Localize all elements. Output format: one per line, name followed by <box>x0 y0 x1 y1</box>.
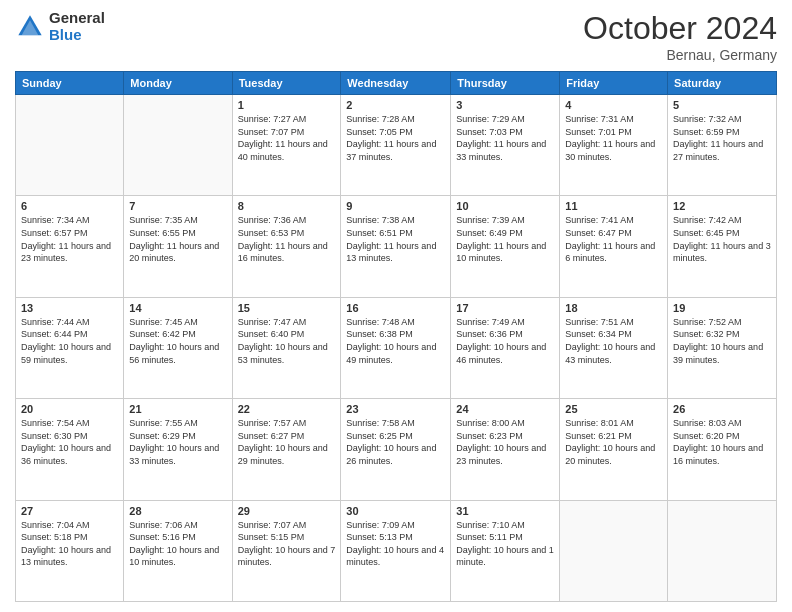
calendar-cell: 8Sunrise: 7:36 AMSunset: 6:53 PMDaylight… <box>232 196 341 297</box>
day-number: 17 <box>456 302 554 314</box>
calendar-cell: 10Sunrise: 7:39 AMSunset: 6:49 PMDayligh… <box>451 196 560 297</box>
header: General Blue October 2024 Bernau, German… <box>15 10 777 63</box>
weekday-header-saturday: Saturday <box>668 72 777 95</box>
day-info: Sunrise: 7:39 AMSunset: 6:49 PMDaylight:… <box>456 214 554 264</box>
calendar-cell: 11Sunrise: 7:41 AMSunset: 6:47 PMDayligh… <box>560 196 668 297</box>
calendar-cell: 26Sunrise: 8:03 AMSunset: 6:20 PMDayligh… <box>668 399 777 500</box>
calendar-cell: 30Sunrise: 7:09 AMSunset: 5:13 PMDayligh… <box>341 500 451 601</box>
day-number: 31 <box>456 505 554 517</box>
weekday-header-sunday: Sunday <box>16 72 124 95</box>
day-number: 9 <box>346 200 445 212</box>
calendar-page: General Blue October 2024 Bernau, German… <box>0 0 792 612</box>
day-info: Sunrise: 7:32 AMSunset: 6:59 PMDaylight:… <box>673 113 771 163</box>
day-info: Sunrise: 7:48 AMSunset: 6:38 PMDaylight:… <box>346 316 445 366</box>
day-number: 26 <box>673 403 771 415</box>
day-info: Sunrise: 7:54 AMSunset: 6:30 PMDaylight:… <box>21 417 118 467</box>
calendar-cell: 19Sunrise: 7:52 AMSunset: 6:32 PMDayligh… <box>668 297 777 398</box>
calendar-cell <box>668 500 777 601</box>
calendar-cell: 20Sunrise: 7:54 AMSunset: 6:30 PMDayligh… <box>16 399 124 500</box>
day-number: 8 <box>238 200 336 212</box>
day-number: 30 <box>346 505 445 517</box>
calendar-cell: 5Sunrise: 7:32 AMSunset: 6:59 PMDaylight… <box>668 95 777 196</box>
calendar-cell: 2Sunrise: 7:28 AMSunset: 7:05 PMDaylight… <box>341 95 451 196</box>
calendar-week-5: 27Sunrise: 7:04 AMSunset: 5:18 PMDayligh… <box>16 500 777 601</box>
day-info: Sunrise: 7:28 AMSunset: 7:05 PMDaylight:… <box>346 113 445 163</box>
day-number: 16 <box>346 302 445 314</box>
day-info: Sunrise: 7:51 AMSunset: 6:34 PMDaylight:… <box>565 316 662 366</box>
day-info: Sunrise: 7:55 AMSunset: 6:29 PMDaylight:… <box>129 417 226 467</box>
calendar-cell: 28Sunrise: 7:06 AMSunset: 5:16 PMDayligh… <box>124 500 232 601</box>
month-title: October 2024 <box>583 10 777 47</box>
day-info: Sunrise: 7:42 AMSunset: 6:45 PMDaylight:… <box>673 214 771 264</box>
day-info: Sunrise: 7:57 AMSunset: 6:27 PMDaylight:… <box>238 417 336 467</box>
day-info: Sunrise: 8:03 AMSunset: 6:20 PMDaylight:… <box>673 417 771 467</box>
day-info: Sunrise: 7:44 AMSunset: 6:44 PMDaylight:… <box>21 316 118 366</box>
calendar-cell: 7Sunrise: 7:35 AMSunset: 6:55 PMDaylight… <box>124 196 232 297</box>
calendar-week-1: 1Sunrise: 7:27 AMSunset: 7:07 PMDaylight… <box>16 95 777 196</box>
calendar-cell <box>124 95 232 196</box>
calendar-cell: 14Sunrise: 7:45 AMSunset: 6:42 PMDayligh… <box>124 297 232 398</box>
weekday-header-tuesday: Tuesday <box>232 72 341 95</box>
day-number: 25 <box>565 403 662 415</box>
day-number: 22 <box>238 403 336 415</box>
weekday-header-thursday: Thursday <box>451 72 560 95</box>
title-block: October 2024 Bernau, Germany <box>583 10 777 63</box>
day-number: 11 <box>565 200 662 212</box>
day-info: Sunrise: 7:04 AMSunset: 5:18 PMDaylight:… <box>21 519 118 569</box>
day-number: 23 <box>346 403 445 415</box>
calendar-cell: 4Sunrise: 7:31 AMSunset: 7:01 PMDaylight… <box>560 95 668 196</box>
day-info: Sunrise: 7:45 AMSunset: 6:42 PMDaylight:… <box>129 316 226 366</box>
calendar-cell: 24Sunrise: 8:00 AMSunset: 6:23 PMDayligh… <box>451 399 560 500</box>
calendar-cell: 18Sunrise: 7:51 AMSunset: 6:34 PMDayligh… <box>560 297 668 398</box>
day-info: Sunrise: 7:07 AMSunset: 5:15 PMDaylight:… <box>238 519 336 569</box>
day-info: Sunrise: 7:49 AMSunset: 6:36 PMDaylight:… <box>456 316 554 366</box>
calendar-cell <box>560 500 668 601</box>
calendar-cell: 9Sunrise: 7:38 AMSunset: 6:51 PMDaylight… <box>341 196 451 297</box>
day-number: 29 <box>238 505 336 517</box>
weekday-header-friday: Friday <box>560 72 668 95</box>
weekday-header-monday: Monday <box>124 72 232 95</box>
day-info: Sunrise: 8:00 AMSunset: 6:23 PMDaylight:… <box>456 417 554 467</box>
calendar-cell: 15Sunrise: 7:47 AMSunset: 6:40 PMDayligh… <box>232 297 341 398</box>
day-number: 2 <box>346 99 445 111</box>
calendar-table: SundayMondayTuesdayWednesdayThursdayFrid… <box>15 71 777 602</box>
day-info: Sunrise: 8:01 AMSunset: 6:21 PMDaylight:… <box>565 417 662 467</box>
calendar-cell: 25Sunrise: 8:01 AMSunset: 6:21 PMDayligh… <box>560 399 668 500</box>
day-number: 14 <box>129 302 226 314</box>
day-info: Sunrise: 7:36 AMSunset: 6:53 PMDaylight:… <box>238 214 336 264</box>
day-number: 5 <box>673 99 771 111</box>
day-number: 21 <box>129 403 226 415</box>
calendar-cell: 31Sunrise: 7:10 AMSunset: 5:11 PMDayligh… <box>451 500 560 601</box>
day-number: 13 <box>21 302 118 314</box>
logo-line1: General <box>49 10 105 27</box>
day-info: Sunrise: 7:06 AMSunset: 5:16 PMDaylight:… <box>129 519 226 569</box>
day-info: Sunrise: 7:52 AMSunset: 6:32 PMDaylight:… <box>673 316 771 366</box>
calendar-cell <box>16 95 124 196</box>
day-info: Sunrise: 7:10 AMSunset: 5:11 PMDaylight:… <box>456 519 554 569</box>
calendar-cell: 13Sunrise: 7:44 AMSunset: 6:44 PMDayligh… <box>16 297 124 398</box>
calendar-cell: 1Sunrise: 7:27 AMSunset: 7:07 PMDaylight… <box>232 95 341 196</box>
day-info: Sunrise: 7:29 AMSunset: 7:03 PMDaylight:… <box>456 113 554 163</box>
day-info: Sunrise: 7:09 AMSunset: 5:13 PMDaylight:… <box>346 519 445 569</box>
day-number: 24 <box>456 403 554 415</box>
day-number: 6 <box>21 200 118 212</box>
calendar-cell: 23Sunrise: 7:58 AMSunset: 6:25 PMDayligh… <box>341 399 451 500</box>
day-number: 18 <box>565 302 662 314</box>
day-info: Sunrise: 7:27 AMSunset: 7:07 PMDaylight:… <box>238 113 336 163</box>
logo-text: General Blue <box>49 10 105 43</box>
calendar-cell: 27Sunrise: 7:04 AMSunset: 5:18 PMDayligh… <box>16 500 124 601</box>
calendar-week-3: 13Sunrise: 7:44 AMSunset: 6:44 PMDayligh… <box>16 297 777 398</box>
day-info: Sunrise: 7:58 AMSunset: 6:25 PMDaylight:… <box>346 417 445 467</box>
calendar-cell: 6Sunrise: 7:34 AMSunset: 6:57 PMDaylight… <box>16 196 124 297</box>
calendar-cell: 3Sunrise: 7:29 AMSunset: 7:03 PMDaylight… <box>451 95 560 196</box>
day-info: Sunrise: 7:31 AMSunset: 7:01 PMDaylight:… <box>565 113 662 163</box>
day-number: 1 <box>238 99 336 111</box>
day-number: 19 <box>673 302 771 314</box>
day-number: 20 <box>21 403 118 415</box>
day-info: Sunrise: 7:41 AMSunset: 6:47 PMDaylight:… <box>565 214 662 264</box>
calendar-cell: 21Sunrise: 7:55 AMSunset: 6:29 PMDayligh… <box>124 399 232 500</box>
logo: General Blue <box>15 10 105 43</box>
calendar-week-4: 20Sunrise: 7:54 AMSunset: 6:30 PMDayligh… <box>16 399 777 500</box>
calendar-cell: 29Sunrise: 7:07 AMSunset: 5:15 PMDayligh… <box>232 500 341 601</box>
calendar-cell: 12Sunrise: 7:42 AMSunset: 6:45 PMDayligh… <box>668 196 777 297</box>
